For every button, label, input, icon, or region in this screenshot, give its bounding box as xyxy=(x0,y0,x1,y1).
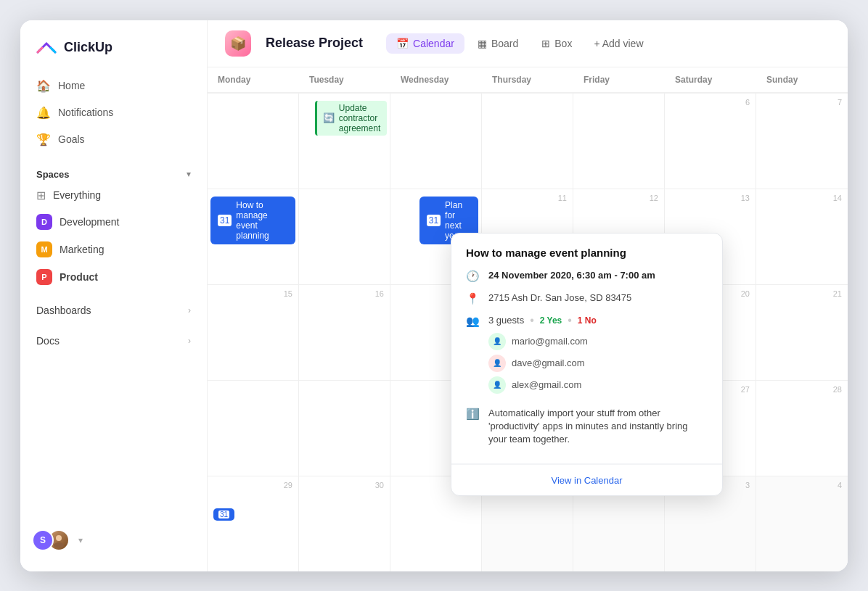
day-num-12: 12 xyxy=(579,194,658,202)
event-popup: How to manage event planning 🕐 24 Novemb… xyxy=(451,233,723,497)
avatar-s: S xyxy=(32,529,54,551)
popup-location: 2715 Ash Dr. San Jose, SD 83475 xyxy=(488,292,631,305)
sidebar: ClickUp 🏠 Home 🔔 Notifications 🏆 Goals S… xyxy=(20,20,208,571)
popup-header: How to manage event planning 🕐 24 Novemb… xyxy=(451,233,722,465)
popup-guests-row: 👥 3 guests • 2 Yes • 1 No xyxy=(466,314,708,398)
event1-bar[interactable]: 31 How to manage event planning xyxy=(210,197,295,244)
contractor-event-bar[interactable]: 🔄 Update contractor agreement xyxy=(312,99,390,137)
development-dot: D xyxy=(36,214,52,230)
sidebar-item-product[interactable]: P Product xyxy=(28,263,200,291)
day-num-28: 28 xyxy=(762,385,842,394)
day-num-6: 6 xyxy=(671,98,750,107)
spaces-chevron-icon: ▾ xyxy=(187,169,191,179)
cal-cell-tue-w3: 16 xyxy=(299,285,390,380)
cal-cell-sun-w4: 28 xyxy=(756,381,848,476)
goals-icon: 🏆 xyxy=(36,133,51,146)
product-dot: P xyxy=(36,269,52,285)
sidebar-item-home[interactable]: 🏠 Home xyxy=(28,73,200,99)
cal-cell-mon-w4 xyxy=(208,381,299,476)
notifications-icon: 🔔 xyxy=(36,106,51,120)
box-tab-icon: ⊞ xyxy=(541,38,550,49)
add-view-button[interactable]: + Add view xyxy=(585,33,652,54)
guest-avatar-3: 👤 xyxy=(488,376,506,394)
sidebar-item-notifications[interactable]: 🔔 Notifications xyxy=(28,99,200,126)
contractor-event[interactable]: 🔄 Update contractor agreement xyxy=(315,101,387,136)
yes-count: 2 Yes xyxy=(540,315,562,326)
sidebar-logo: ClickUp xyxy=(20,20,207,73)
small-event-bar-w5: 31 xyxy=(213,507,292,521)
popup-footer: View in Calendar xyxy=(451,464,722,495)
sidebar-item-goals[interactable]: 🏆 Goals xyxy=(28,126,200,153)
main-content: 📦 Release Project 📅 Calendar ▦ Board ⊞ B… xyxy=(208,20,848,571)
tab-calendar[interactable]: 📅 Calendar xyxy=(386,33,464,54)
day-header-saturday: Saturday xyxy=(665,67,756,93)
day-num-15: 15 xyxy=(213,289,292,298)
cal-cell-sun-w5: 4 xyxy=(756,476,848,571)
location-icon: 📍 xyxy=(466,292,480,305)
week-row-1: 🔄 Update contractor agreement 6 7 xyxy=(208,94,848,189)
cal-cell-fri-w1 xyxy=(573,94,665,189)
docs-label: Docs xyxy=(36,335,60,347)
popup-datetime: 24 November 2020, 6:30 am - 7:00 am xyxy=(488,269,655,282)
guests-summary: 3 guests • 2 Yes • 1 No xyxy=(488,314,597,327)
info-icon: ℹ️ xyxy=(466,408,480,421)
box-tab-label: Box xyxy=(554,38,572,49)
cal-cell-sat-w1: 6 xyxy=(665,94,756,189)
sidebar-item-development[interactable]: D Development xyxy=(28,208,200,236)
popup-guests-content: 3 guests • 2 Yes • 1 No 👤 mario@gmail.co… xyxy=(488,314,597,398)
small-event-icon: 31 xyxy=(218,511,229,518)
day-num-4-next: 4 xyxy=(762,481,842,489)
sidebar-footer: S ▾ xyxy=(20,521,207,560)
contractor-icon: 🔄 xyxy=(323,112,335,123)
view-calendar-link[interactable]: View in Calendar xyxy=(551,475,622,486)
guest-1: 👤 mario@gmail.com xyxy=(488,333,597,350)
footer-chevron-icon: ▾ xyxy=(78,535,83,545)
avatar-group: S xyxy=(32,529,70,551)
person-silhouette xyxy=(52,533,66,547)
no-count: 1 No xyxy=(578,315,597,326)
day-header-sunday: Sunday xyxy=(756,67,848,93)
svg-point-1 xyxy=(54,542,64,547)
guest-avatar-1: 👤 xyxy=(488,333,506,350)
notifications-label: Notifications xyxy=(58,107,113,118)
docs-chevron-icon: › xyxy=(188,336,191,346)
small-event[interactable]: 31 xyxy=(213,508,234,521)
guest-3: 👤 alex@gmail.com xyxy=(488,376,597,394)
clickup-logo-icon xyxy=(35,36,58,59)
view-tabs: 📅 Calendar ▦ Board ⊞ Box + Add view xyxy=(386,33,652,54)
sidebar-item-marketing[interactable]: M Marketing xyxy=(28,236,200,263)
cal-cell-tue-w1: 🔄 Update contractor agreement xyxy=(299,94,390,189)
cal-cell-sun-w3: 21 xyxy=(756,285,848,380)
tab-board[interactable]: ▦ Board xyxy=(467,33,528,54)
project-icon: 📦 xyxy=(225,30,251,57)
guest-email-1: mario@gmail.com xyxy=(512,336,588,347)
cal-cell-thu-w1 xyxy=(482,94,573,189)
guest-avatar-2: 👤 xyxy=(488,355,506,372)
board-tab-label: Board xyxy=(491,38,518,49)
sidebar-item-everything[interactable]: ⊞ Everything xyxy=(28,183,200,208)
dashboards-header[interactable]: Dashboards › xyxy=(28,298,200,323)
contractor-label: Update contractor agreement xyxy=(339,103,381,133)
tab-box[interactable]: ⊞ Box xyxy=(531,33,582,54)
cal-cell-sun-w1: 7 xyxy=(756,94,848,189)
home-label: Home xyxy=(58,80,85,91)
cal-cell-tue-w2 xyxy=(299,189,390,284)
day-num-30: 30 xyxy=(305,481,384,489)
marketing-label: Marketing xyxy=(60,244,104,255)
add-view-label: + Add view xyxy=(594,38,643,49)
popup-description: Automatically import your stuff from oth… xyxy=(488,407,708,447)
cal-cell-mon-w3: 15 xyxy=(208,285,299,380)
calendar-main: Monday Tuesday Wednesday Thursday Friday… xyxy=(208,67,848,571)
clock-icon: 🕐 xyxy=(466,270,480,283)
docs-header[interactable]: Docs › xyxy=(28,328,200,353)
board-tab-icon: ▦ xyxy=(478,38,487,49)
project-title: Release Project xyxy=(266,36,363,51)
cal-cell-mon-w1 xyxy=(208,94,299,189)
cal-cell-mon-w5: 29 31 xyxy=(208,476,299,571)
spaces-header[interactable]: Spaces ▾ xyxy=(28,166,200,183)
week-row-2: 31 How to manage event planning 31 Plan … xyxy=(208,189,848,285)
event2-cal-icon: 31 xyxy=(427,215,441,226)
event1-bar-container: 31 How to manage event planning xyxy=(208,195,298,246)
day-num-11: 11 xyxy=(488,194,567,202)
guests-count: 3 guests xyxy=(488,315,524,326)
